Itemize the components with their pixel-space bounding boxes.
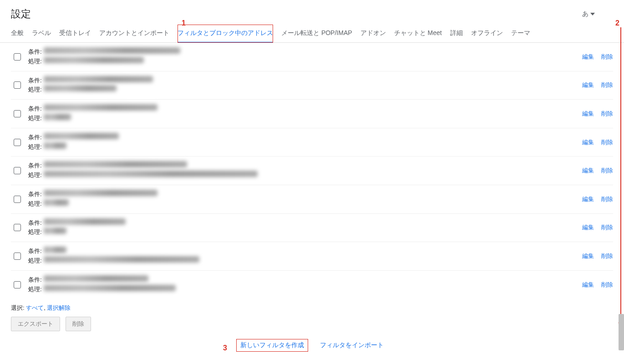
- tab-2[interactable]: 受信トレイ: [59, 25, 91, 42]
- footer: 選択: すべて, 選択解除 エクスポート 削除 新しいフィルタを作成 フィルタを…: [0, 298, 624, 359]
- condition-label: 条件:: [28, 218, 42, 228]
- filter-content: 条件:処理:: [28, 247, 575, 266]
- tab-5[interactable]: メール転送と POP/IMAP: [281, 25, 352, 42]
- action-value-redacted: [44, 85, 117, 91]
- action-value-redacted: [44, 114, 71, 120]
- action-value-redacted: [44, 57, 144, 63]
- condition-label: 条件:: [28, 104, 42, 114]
- condition-value-redacted: [44, 133, 119, 139]
- filter-actions: 編集削除: [582, 195, 613, 203]
- delete-link[interactable]: 削除: [601, 281, 613, 289]
- delete-button[interactable]: 削除: [66, 317, 91, 331]
- tab-7[interactable]: チャットと Meet: [394, 25, 442, 42]
- select-none-link[interactable]: 選択解除: [47, 304, 71, 311]
- language-selector[interactable]: あ: [582, 10, 613, 18]
- delete-link[interactable]: 削除: [601, 53, 613, 61]
- page-title: 設定: [11, 7, 31, 21]
- action-label: 処理:: [28, 85, 42, 95]
- filter-actions: 編集削除: [582, 223, 613, 232]
- edit-link[interactable]: 編集: [582, 167, 594, 175]
- filter-actions: 編集削除: [582, 281, 613, 289]
- callout-arrow: [620, 27, 621, 327]
- scrollbar-thumb[interactable]: [619, 314, 624, 350]
- action-label: 処理:: [28, 199, 42, 209]
- create-filter-link[interactable]: 新しいフィルタを作成: [237, 339, 308, 351]
- filter-row: 条件:処理:編集削除: [11, 214, 613, 243]
- delete-link[interactable]: 削除: [601, 195, 613, 203]
- filter-checkbox[interactable]: [14, 281, 21, 288]
- edit-link[interactable]: 編集: [582, 223, 594, 232]
- condition-label: 条件:: [28, 76, 42, 86]
- filter-content: 条件:処理:: [28, 275, 575, 294]
- chevron-down-icon: [590, 12, 595, 16]
- filter-content: 条件:処理:: [28, 190, 575, 209]
- button-row: エクスポート 削除: [11, 317, 613, 331]
- delete-link[interactable]: 削除: [601, 110, 613, 118]
- filter-actions: 編集削除: [582, 53, 613, 61]
- edit-link[interactable]: 編集: [582, 252, 594, 260]
- filter-list: 条件:処理:編集削除条件:処理:編集削除条件:処理:編集削除条件:処理:編集削除…: [0, 43, 624, 298]
- import-filter-link[interactable]: フィルタをインポート: [316, 339, 387, 351]
- tab-6[interactable]: アドオン: [360, 25, 386, 42]
- action-label: 処理:: [28, 171, 42, 180]
- filter-row: 条件:処理:編集削除: [11, 242, 613, 271]
- tab-10[interactable]: テーマ: [511, 25, 530, 42]
- settings-tabs: 全般ラベル受信トレイアカウントとインポートフィルタとブロック中のアドレスメール転…: [0, 25, 624, 43]
- condition-value-redacted: [44, 161, 187, 167]
- header: 設定 あ: [0, 0, 624, 25]
- delete-link[interactable]: 削除: [601, 252, 613, 260]
- condition-value-redacted: [44, 76, 153, 82]
- filter-checkbox[interactable]: [14, 253, 21, 260]
- filter-checkbox[interactable]: [14, 110, 21, 117]
- condition-label: 条件:: [28, 190, 42, 199]
- filter-content: 条件:処理:: [28, 133, 575, 152]
- filter-actions: 編集削除: [582, 167, 613, 175]
- tab-8[interactable]: 詳細: [450, 25, 463, 42]
- edit-link[interactable]: 編集: [582, 138, 594, 147]
- filter-checkbox[interactable]: [14, 196, 21, 203]
- edit-link[interactable]: 編集: [582, 110, 594, 118]
- filter-row: 条件:処理:編集削除: [11, 71, 613, 100]
- filter-content: 条件:処理:: [28, 47, 575, 66]
- action-label: 処理:: [28, 57, 42, 66]
- action-label: 処理:: [28, 256, 42, 266]
- filter-row: 条件:処理:編集削除: [11, 185, 613, 214]
- filter-checkbox[interactable]: [14, 81, 21, 89]
- condition-value-redacted: [44, 275, 148, 282]
- edit-link[interactable]: 編集: [582, 281, 594, 289]
- tab-3[interactable]: アカウントとインポート: [99, 25, 169, 42]
- tab-9[interactable]: オフライン: [471, 25, 503, 42]
- filter-content: 条件:処理:: [28, 76, 575, 95]
- condition-label: 条件:: [28, 247, 42, 256]
- export-button[interactable]: エクスポート: [11, 317, 60, 331]
- edit-link[interactable]: 編集: [582, 195, 594, 203]
- delete-link[interactable]: 削除: [601, 81, 613, 89]
- filter-checkbox[interactable]: [14, 167, 21, 174]
- condition-value-redacted: [44, 47, 180, 54]
- delete-link[interactable]: 削除: [601, 167, 613, 175]
- action-value-redacted: [44, 256, 199, 263]
- edit-link[interactable]: 編集: [582, 53, 594, 61]
- action-label: 処理:: [28, 114, 42, 123]
- edit-link[interactable]: 編集: [582, 81, 594, 89]
- tab-4[interactable]: フィルタとブロック中のアドレス: [178, 25, 273, 43]
- delete-link[interactable]: 削除: [601, 223, 613, 232]
- select-all-link[interactable]: すべて: [26, 304, 44, 311]
- condition-label: 条件:: [28, 47, 42, 57]
- filter-content: 条件:処理:: [28, 161, 575, 180]
- filter-row: 条件:処理:編集削除: [11, 100, 613, 128]
- filter-actions: 編集削除: [582, 110, 613, 118]
- filter-checkbox[interactable]: [14, 139, 21, 146]
- tab-0[interactable]: 全般: [11, 25, 24, 42]
- filter-actions: 編集削除: [582, 138, 613, 147]
- condition-label: 条件:: [28, 133, 42, 142]
- select-row: 選択: すべて, 選択解除: [11, 304, 613, 312]
- delete-link[interactable]: 削除: [601, 138, 613, 147]
- filter-content: 条件:処理:: [28, 218, 575, 238]
- filter-actions: 編集削除: [582, 81, 613, 89]
- filter-checkbox[interactable]: [14, 224, 21, 231]
- filter-row: 条件:処理:編集削除: [11, 128, 613, 157]
- filter-checkbox[interactable]: [14, 53, 21, 61]
- tab-1[interactable]: ラベル: [32, 25, 51, 42]
- callout-1: 1: [182, 19, 186, 27]
